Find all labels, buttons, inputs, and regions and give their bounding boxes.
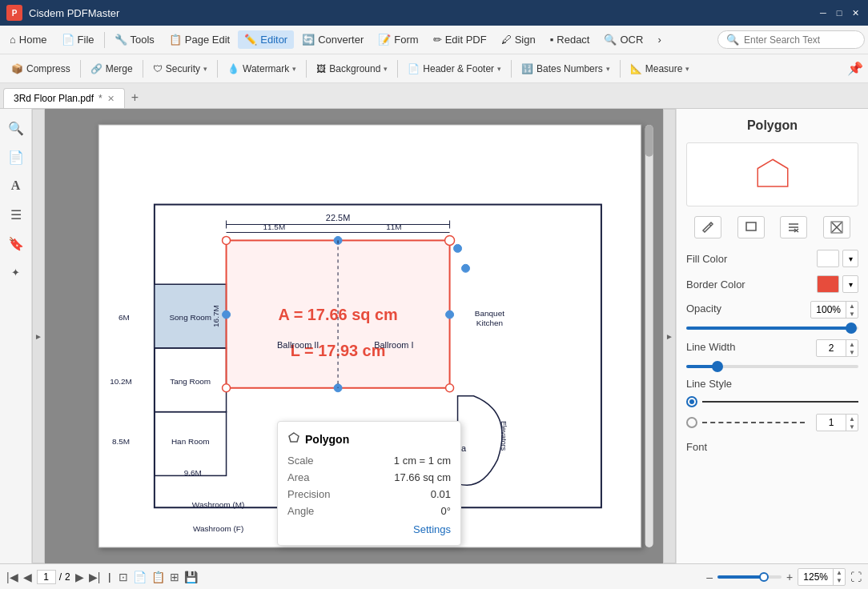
zoom-down[interactable]: ▼ <box>834 577 845 585</box>
border-color-dropdown[interactable]: ▾ <box>842 275 858 293</box>
zoom-up[interactable]: ▲ <box>834 569 845 577</box>
prev-page-button[interactable]: ◀ <box>23 571 32 583</box>
tab-filename: 3Rd Floor Plan.pdf <box>14 93 94 104</box>
single-page-button[interactable]: 📄 <box>133 571 147 583</box>
merge-button[interactable]: 🔗 Merge <box>84 60 139 78</box>
security-button[interactable]: 🛡 Security ▾ <box>147 60 214 78</box>
menu-form[interactable]: 📝 Form <box>372 30 424 49</box>
two-page-button[interactable]: ⊞ <box>170 571 179 583</box>
sidebar-search[interactable]: 🔍 <box>3 115 29 141</box>
sidebar-text[interactable]: A <box>3 173 29 198</box>
opacity-down[interactable]: ▼ <box>846 310 858 318</box>
svg-text:8.5M: 8.5M <box>112 437 130 446</box>
measure-icon: 📐 <box>630 63 642 74</box>
svg-point-14 <box>223 311 231 319</box>
svg-text:11.5M: 11.5M <box>263 222 286 231</box>
zoom-in-button[interactable]: + <box>786 571 793 583</box>
link-tool-button[interactable] <box>780 216 807 238</box>
menu-more[interactable]: › <box>651 30 667 49</box>
menu-ocr[interactable]: 🔍 OCR <box>597 30 649 49</box>
minimize-button[interactable]: ─ <box>817 6 830 19</box>
search-box[interactable]: 🔍 <box>717 30 865 49</box>
right-panel: Polygon <box>676 109 868 563</box>
header-footer-button[interactable]: 📄 Header & Footer ▾ <box>401 60 508 78</box>
first-page-button[interactable]: |◀ <box>6 571 18 583</box>
svg-text:Washroom (M): Washroom (M) <box>192 500 244 509</box>
collapse-left-button[interactable]: ► <box>32 109 45 563</box>
menu-converter[interactable]: 🔄 Converter <box>295 30 370 49</box>
menu-page-edit[interactable]: 📋 Page Edit <box>163 30 236 49</box>
add-tab-button[interactable]: + <box>125 87 145 108</box>
watermark-icon: 💧 <box>227 63 239 74</box>
tooltip-row-angle: Angle 0° <box>287 505 451 517</box>
menu-tools[interactable]: 🔧 Tools <box>108 30 161 49</box>
zoom-out-button[interactable]: – <box>706 571 713 583</box>
close-button[interactable]: ✕ <box>849 6 862 19</box>
collapse-right-button[interactable]: ► <box>663 109 676 563</box>
measure-button[interactable]: 📐 Measure ▾ <box>624 60 697 78</box>
line-width-thumb[interactable] <box>712 361 723 372</box>
svg-text:9.6M: 9.6M <box>184 468 202 477</box>
tooltip-row-area: Area 17.66 sq cm <box>287 471 451 483</box>
line-style-solid-radio[interactable] <box>686 396 697 407</box>
restore-button[interactable]: □ <box>833 6 846 19</box>
border-color-swatch[interactable] <box>817 275 839 293</box>
toolbar-sep-6 <box>511 60 512 78</box>
line-width-arrows[interactable]: ▲ ▼ <box>846 340 858 356</box>
line-preview-dashed <box>702 422 805 423</box>
page-number-input[interactable] <box>37 570 56 584</box>
crop-tool-button[interactable] <box>737 216 765 238</box>
fill-color-dropdown[interactable]: ▾ <box>842 250 858 267</box>
dashed-up[interactable]: ▲ <box>846 415 858 423</box>
edit-tool-button[interactable] <box>694 216 721 238</box>
opacity-thumb[interactable] <box>846 323 857 334</box>
sidebar-stamp[interactable]: ✦ <box>3 259 29 285</box>
menu-home[interactable]: ⌂ Home <box>3 30 54 49</box>
tooltip-settings-button[interactable]: Settings <box>287 523 451 535</box>
compress-button[interactable]: 📦 Compress <box>5 60 77 78</box>
search-input[interactable] <box>744 34 856 46</box>
fill-color-swatch[interactable] <box>817 250 839 267</box>
zoom-value-box[interactable]: 125% ▲ ▼ <box>798 568 846 586</box>
strike-tool-button[interactable] <box>823 216 850 238</box>
menu-file[interactable]: 📄 File <box>55 30 101 49</box>
sidebar-bookmark[interactable]: 🔖 <box>3 230 29 256</box>
document-tab[interactable]: 3Rd Floor Plan.pdf * ✕ <box>3 88 125 108</box>
bates-numbers-button[interactable]: 🔢 Bates Numbers ▾ <box>515 60 617 78</box>
fit-page-button[interactable]: ⊡ <box>119 571 128 583</box>
watermark-button[interactable]: 💧 Watermark ▾ <box>221 60 303 78</box>
line-width-up[interactable]: ▲ <box>846 340 858 348</box>
dashed-value-box[interactable]: 1 ▲ ▼ <box>816 414 858 431</box>
line-style-dashed-radio[interactable] <box>686 417 697 428</box>
menu-edit-pdf[interactable]: ✏ Edit PDF <box>427 30 493 49</box>
line-width-slider[interactable] <box>686 365 858 368</box>
last-page-button[interactable]: ▶| <box>89 571 101 583</box>
pin-button[interactable]: 📌 <box>847 61 863 76</box>
svg-text:Ballroom I: Ballroom I <box>374 340 413 350</box>
line-style-section: Line Style 1 ▲ ▼ <box>686 378 858 431</box>
fullscreen-button[interactable]: ⛶ <box>850 571 862 583</box>
opacity-arrows[interactable]: ▲ ▼ <box>846 302 858 318</box>
opacity-up[interactable]: ▲ <box>846 302 858 310</box>
svg-text:16.7M: 16.7M <box>211 305 220 327</box>
line-width-value-box[interactable]: 2 ▲ ▼ <box>816 339 858 357</box>
menu-sign[interactable]: 🖊 Sign <box>495 30 542 49</box>
opacity-slider[interactable] <box>686 327 858 330</box>
menu-bar: ⌂ Home 📄 File 🔧 Tools 📋 Page Edit ✏️ Edi… <box>0 26 868 54</box>
menu-redact[interactable]: ▪ Redact <box>544 30 597 49</box>
zoom-slider[interactable] <box>717 575 782 579</box>
close-tab-button[interactable]: ✕ <box>107 94 115 104</box>
menu-editor[interactable]: ✏️ Editor <box>238 30 294 49</box>
next-page-button[interactable]: ▶ <box>75 571 84 583</box>
line-width-down[interactable]: ▼ <box>846 348 858 356</box>
sidebar-pages[interactable]: 📄 <box>3 144 29 170</box>
dashed-down[interactable]: ▼ <box>846 423 858 431</box>
zoom-arrows[interactable]: ▲ ▼ <box>833 569 845 585</box>
sidebar-list[interactable]: ☰ <box>3 202 29 227</box>
continuous-button[interactable]: 📋 <box>151 571 165 583</box>
dashed-arrows[interactable]: ▲ ▼ <box>846 415 858 431</box>
background-button[interactable]: 🖼 Background ▾ <box>310 60 394 78</box>
zoom-thumb[interactable] <box>759 572 769 582</box>
save-button[interactable]: 💾 <box>184 571 198 583</box>
opacity-value-box[interactable]: 100% ▲ ▼ <box>810 301 858 319</box>
